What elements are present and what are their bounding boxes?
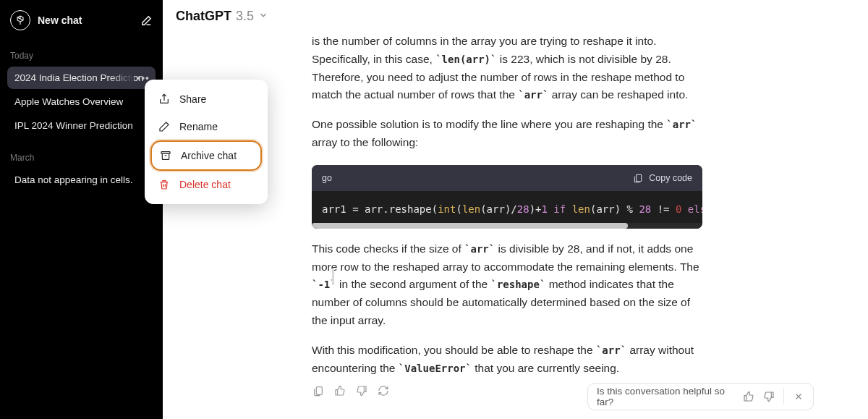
menu-archive[interactable]: Archive chat: [150, 140, 262, 171]
sidebar-item-label: IPL 2024 Winner Prediction: [14, 120, 133, 131]
main-area: ChatGPT 3.5 is the number of columns in …: [163, 0, 868, 419]
pencil-icon: [158, 120, 171, 133]
code-line: arr1 = arr.reshape(int(len(arr)/28)+1 if…: [322, 203, 702, 215]
share-icon: [158, 93, 171, 106]
model-selector[interactable]: ChatGPT 3.5: [163, 0, 868, 33]
edit-icon[interactable]: [140, 14, 153, 27]
openai-logo-icon: [10, 10, 30, 30]
thumbs-down-icon[interactable]: [355, 384, 368, 397]
svg-rect-2: [316, 387, 322, 395]
sidebar-item-label: Data not appearing in cells.: [14, 174, 133, 185]
new-chat-label: New chat: [38, 14, 132, 26]
thumbs-up-icon[interactable]: [333, 384, 346, 397]
copy-code-button[interactable]: Copy code: [631, 171, 692, 185]
code-block-header: go Copy code: [312, 165, 702, 191]
clipboard-icon[interactable]: [312, 384, 325, 397]
sidebar-item-label: Apple Watches Overview: [14, 96, 123, 107]
regenerate-icon[interactable]: [377, 384, 390, 397]
model-name: ChatGPT: [176, 9, 231, 24]
scrollbar-thumb[interactable]: [312, 223, 628, 229]
clipboard-icon: [631, 172, 644, 185]
sidebar: New chat Today 2024 India Election Predi…: [0, 0, 163, 419]
svg-rect-1: [637, 174, 642, 181]
menu-label: Archive chat: [181, 150, 237, 161]
copy-code-label: Copy code: [649, 171, 692, 185]
menu-share[interactable]: Share: [150, 85, 262, 113]
new-chat-button[interactable]: New chat: [4, 6, 158, 35]
sidebar-item[interactable]: 2024 India Election Prediction •••: [7, 67, 156, 89]
inline-code: len(arr): [435, 54, 496, 65]
fade-overlay: [109, 67, 134, 89]
archive-icon: [159, 149, 172, 162]
menu-delete[interactable]: Delete chat: [150, 171, 262, 198]
paragraph: is the number of columns in the array yo…: [312, 33, 702, 104]
menu-label: Rename: [179, 121, 218, 132]
thumbs-down-icon[interactable]: [763, 390, 775, 403]
code-lang: go: [322, 171, 332, 185]
divider: [783, 389, 784, 405]
sidebar-group-today: Today 2024 India Election Prediction •••…: [4, 51, 158, 137]
paragraph: With this modification, you should be ab…: [312, 342, 702, 378]
menu-label: Delete chat: [179, 179, 231, 190]
code-block-body[interactable]: arr1 = arr.reshape(int(len(arr)/28)+1 if…: [312, 191, 702, 229]
conversation-content: is the number of columns in the array yo…: [163, 33, 868, 397]
feedback-prompt: Is this conversation helpful so far?: [597, 386, 726, 407]
trash-icon: [158, 178, 171, 191]
chevron-down-icon: [258, 9, 268, 24]
scrollbar-thumb[interactable]: [332, 268, 334, 285]
thumbs-up-icon[interactable]: [743, 390, 754, 403]
svg-rect-0: [161, 152, 170, 154]
paragraph: One possible solution is to modify the l…: [312, 116, 702, 152]
inline-code: arr: [596, 344, 626, 356]
chat-context-menu: Share Rename Archive chat Delete chat: [145, 80, 268, 204]
inline-code: arr: [464, 243, 495, 255]
assistant-message: is the number of columns in the array yo…: [312, 33, 702, 377]
menu-label: Share: [179, 93, 206, 105]
menu-rename[interactable]: Rename: [150, 113, 262, 140]
sidebar-group-label: March: [10, 153, 153, 163]
code-scrollbar[interactable]: [312, 223, 702, 229]
inline-code: arr: [518, 89, 548, 101]
model-version: 3.5: [236, 9, 254, 24]
sidebar-item[interactable]: Data not appearing in cells.: [7, 169, 156, 191]
inline-code: ValueError: [399, 363, 472, 374]
code-block: go Copy code arr1 = arr.reshape(int(len(…: [312, 165, 702, 229]
feedback-bar: Is this conversation helpful so far?: [587, 383, 814, 410]
inline-code: arr: [666, 119, 697, 130]
sidebar-group-march: March Data not appearing in cells.: [4, 153, 158, 191]
sidebar-group-label: Today: [10, 51, 153, 61]
inline-code: reshape: [490, 279, 545, 290]
close-icon[interactable]: [793, 390, 804, 403]
sidebar-item[interactable]: IPL 2024 Winner Prediction: [7, 114, 156, 137]
sidebar-item[interactable]: Apple Watches Overview: [7, 90, 156, 113]
paragraph: This code checks if the size of arr is d…: [312, 240, 702, 330]
